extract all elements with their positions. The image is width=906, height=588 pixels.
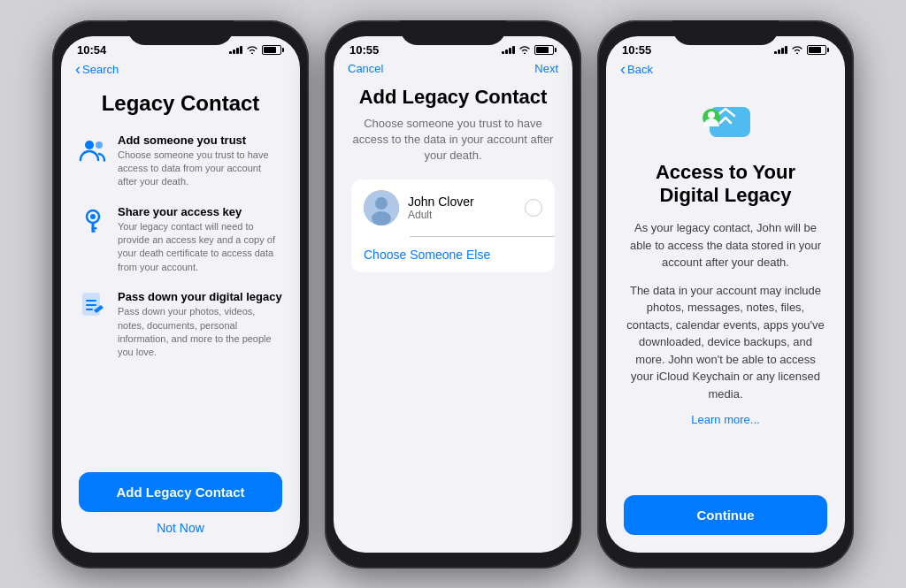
document-icon [79,292,107,320]
signal-icon-3 [774,45,787,54]
signal-icon-2 [502,45,515,54]
wifi-icon-1 [246,45,258,54]
svg-point-3 [90,214,96,219]
screen2-subtitle: Choose someone you trust to have access … [351,116,555,164]
signal-icon-1 [229,45,242,54]
radio-button[interactable] [525,199,542,217]
contact-card: John Clover Adult Choose Someone Else [351,179,555,272]
status-icons-1 [229,45,284,55]
phone-1: 10:54 Searc [52,20,309,569]
feature-1-title: Add someone you trust [118,134,282,147]
feature-1: Add someone you trust Choose someone you… [79,134,282,189]
status-icons-3 [774,45,829,55]
contact-row[interactable]: John Clover Adult [351,179,555,236]
svg-rect-8 [86,300,96,302]
svg-point-16 [708,111,715,118]
nav-bar-3: Back [606,60,845,82]
bottom-section-3: Continue [624,495,827,553]
svg-point-0 [85,141,94,149]
content-3: Access to Your Digital Legacy As your le… [606,82,845,553]
svg-rect-9 [86,304,96,306]
contact-info: John Clover Adult [408,195,516,221]
contact-avatar [364,190,399,225]
phone-2: 10:55 Cance [325,20,581,569]
feature-3-title: Pass down your digital legacy [118,290,282,303]
time-2: 10:55 [349,43,379,57]
contact-name: John Clover [408,195,516,209]
screen3-body2: The data in your account may include pho… [624,282,827,403]
feature-1-desc: Choose someone you trust to have access … [118,149,282,189]
notch-2 [400,20,506,45]
battery-icon-2 [534,45,557,55]
status-icons-2 [502,45,557,55]
screen-3: 10:55 Back [606,36,845,553]
not-now-button[interactable]: Not Now [157,521,204,535]
svg-rect-6 [92,230,96,232]
notch-3 [672,20,779,45]
access-digital-legacy-icon [690,91,761,149]
svg-rect-5 [92,227,97,230]
screen-2: 10:55 Cance [334,36,572,553]
bottom-section-1: Add Legacy Contact Not Now [79,472,282,553]
add-legacy-contact-button[interactable]: Add Legacy Contact [79,472,282,512]
phone-3: 10:55 Back [597,20,854,569]
content-2: Add Legacy Contact Choose someone you tr… [334,80,572,553]
wifi-icon-3 [791,45,803,54]
back-button-3[interactable]: Back [620,62,653,77]
svg-rect-10 [86,309,93,310]
screen3-body1: As your legacy contact, John will be abl… [624,219,827,271]
feature-2-title: Share your access key [118,205,282,218]
feature-3-desc: Pass down your photos, videos, notes, do… [118,305,282,360]
screen-1: 10:54 Searc [61,36,300,553]
screen3-title: Access to Your Digital Legacy [624,161,827,208]
contact-sub: Adult [408,209,516,221]
search-back-1[interactable]: Search [75,62,119,77]
time-1: 10:54 [77,43,106,57]
choose-someone-else[interactable]: Choose Someone Else [351,237,555,272]
battery-icon-1 [262,45,284,55]
time-3: 10:55 [622,43,651,57]
battery-icon-3 [807,45,829,55]
feature-2-desc: Your legacy contact will need to provide… [118,220,282,275]
legacy-icon-wrap [624,91,827,149]
feature-3: Pass down your digital legacy Pass down … [79,290,282,360]
feature-1-text: Add someone you trust Choose someone you… [118,134,282,189]
svg-point-13 [372,211,391,225]
key-icon [79,207,107,235]
people-icon [79,135,107,164]
feature-3-text: Pass down your digital legacy Pass down … [118,290,282,360]
feature-2-text: Share your access key Your legacy contac… [118,205,282,275]
nav-bar-2: Cancel Next [334,60,572,80]
learn-more-link[interactable]: Learn more... [624,413,827,426]
cancel-button[interactable]: Cancel [348,62,383,75]
feature-2: Share your access key Your legacy contac… [79,205,282,275]
screen1-title: Legacy Contact [79,91,282,116]
notch-1 [127,20,234,45]
continue-button[interactable]: Continue [624,495,827,535]
content-1: Legacy Contact Add someone you trust Cho… [61,82,300,553]
svg-point-1 [96,141,103,149]
screen2-title: Add Legacy Contact [351,86,555,109]
svg-point-12 [375,197,388,210]
nav-bar-1: Search [61,60,300,82]
wifi-icon-2 [518,45,531,54]
next-button[interactable]: Next [534,62,558,75]
